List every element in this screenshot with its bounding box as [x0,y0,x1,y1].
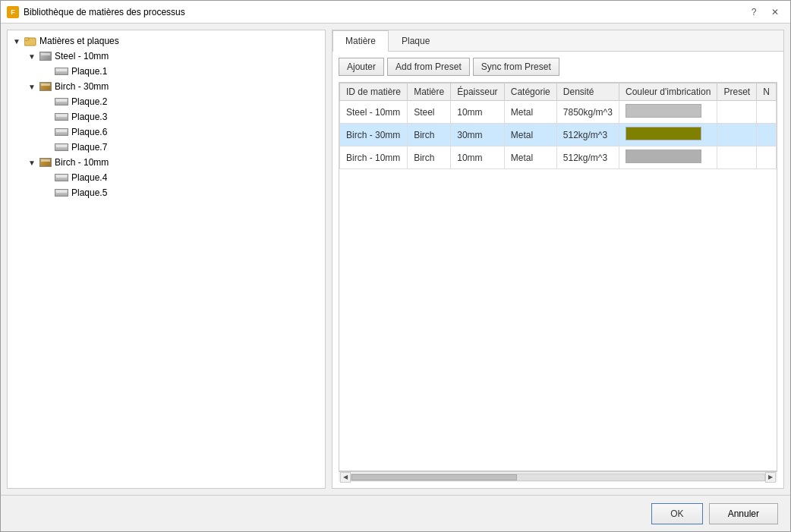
color-swatch [626,150,701,163]
plate-icon-plaque4 [55,174,68,181]
tab-content-matiere: Ajouter Add from Preset Sync from Preset… [332,52,783,488]
cell-id-matiere: Birch - 10mm [340,146,408,169]
add-from-preset-button[interactable]: Add from Preset [387,58,470,76]
close-button[interactable]: ✕ [766,5,784,20]
plate-icon-plaque1 [55,68,68,75]
cell-id-matiere: Birch - 30mm [340,124,408,146]
plaque5-label: Plaque.5 [71,187,107,198]
col-densite: Densité [556,83,619,101]
col-n: N [757,83,777,101]
toolbar: Ajouter Add from Preset Sync from Preset [339,58,777,76]
annuler-button[interactable]: Annuler [709,503,778,524]
tree-panel: ▼ Matières et plaques ▼ Steel - 10mm ▶ [7,30,326,489]
horizontal-scrollbar[interactable]: ◀ ▶ [339,471,777,482]
cell-matiere: Birch [408,146,451,169]
table-row[interactable]: Steel - 10mmSteel10mmMetal7850kg/m^3 [340,101,777,124]
root-folder-icon [24,36,36,46]
window-controls: ? ✕ [745,5,784,20]
window-title: Bibliothèque de matières des processus [24,7,745,17]
sync-from-preset-button[interactable]: Sync from Preset [473,58,559,76]
cell-preset [717,101,757,124]
cell-n [757,101,777,124]
cell-n [757,146,777,169]
plaque4-label: Plaque.4 [71,172,107,183]
tree-node-plaque6[interactable]: ▶ Plaque.6 [8,124,325,140]
col-epaisseur: Épaisseur [451,83,504,101]
cell-couleur [619,101,717,124]
main-window: F Bibliothèque de matières des processus… [0,0,791,532]
scroll-left-arrow[interactable]: ◀ [340,472,351,483]
plate-icon-plaque6 [55,128,68,136]
root-toggle[interactable]: ▼ [11,35,23,47]
material-table: ID de matière Matière Épaisseur Catégori… [339,83,777,169]
col-preset: Preset [717,83,757,101]
tree-node-birch-30mm[interactable]: ▼ Birch - 30mm [8,79,325,94]
col-couleur: Couleur d'imbrication [619,83,717,101]
root-label: Matières et plaques [39,36,119,46]
cell-matiere: Steel [408,101,451,124]
steel-toggle[interactable]: ▼ [26,50,38,62]
tree-node-plaque1[interactable]: ▶ Plaque.1 [8,64,325,79]
material-icon-steel [39,52,52,61]
scrollbar-track[interactable] [351,474,765,481]
cell-n [757,124,777,146]
col-id-matiere: ID de matière [340,83,408,101]
cell-epaisseur: 10mm [451,146,504,169]
plaque6-label: Plaque.6 [71,127,107,137]
tree-node-birch-10mm[interactable]: ▼ Birch - 10mm [8,155,325,170]
material-icon-birch30 [39,82,52,91]
main-content: ▼ Matières et plaques ▼ Steel - 10mm ▶ [1,24,790,495]
cell-preset [717,146,757,169]
cell-epaisseur: 10mm [451,101,504,124]
scrollbar-thumb[interactable] [351,474,517,480]
cell-couleur [619,124,717,146]
cell-densite: 512kg/m^3 [556,146,619,169]
col-categorie: Catégorie [504,83,556,101]
tree-node-plaque4[interactable]: ▶ Plaque.4 [8,170,325,185]
material-icon-birch10 [39,158,52,167]
plate-icon-plaque2 [55,98,68,105]
scroll-right-arrow[interactable]: ▶ [765,472,776,483]
cell-categorie: Metal [504,101,556,124]
tab-matiere[interactable]: Matière [332,30,389,52]
cell-densite: 512kg/m^3 [556,124,619,146]
plaque1-label: Plaque.1 [71,66,107,77]
plate-icon-plaque7 [55,143,68,151]
title-bar: F Bibliothèque de matières des processus… [1,1,790,24]
tree-node-plaque2[interactable]: ▶ Plaque.2 [8,94,325,109]
tree-root[interactable]: ▼ Matières et plaques [8,33,325,49]
plate-icon-plaque5 [55,189,68,197]
tree-node-plaque7[interactable]: ▶ Plaque.7 [8,140,325,155]
right-panel: Matière Plaque Ajouter Add from Preset S… [332,30,784,489]
cell-epaisseur: 30mm [451,124,504,146]
tree-node-steel-10mm[interactable]: ▼ Steel - 10mm [8,49,325,64]
app-icon: F [7,6,19,18]
color-swatch [626,104,701,118]
plaque7-label: Plaque.7 [71,142,107,153]
plaque2-label: Plaque.2 [71,96,107,107]
birch30-toggle[interactable]: ▼ [26,80,38,93]
table-row[interactable]: Birch - 30mmBirch30mmMetal512kg/m^3 [340,124,777,146]
color-swatch [626,127,701,140]
tree-node-plaque5[interactable]: ▶ Plaque.5 [8,185,325,200]
ajouter-button[interactable]: Ajouter [339,58,384,76]
tab-plaque[interactable]: Plaque [389,30,443,51]
ok-button[interactable]: OK [651,503,702,524]
plaque3-label: Plaque.3 [71,112,107,122]
cell-densite: 7850kg/m^3 [556,101,619,124]
cell-categorie: Metal [504,146,556,169]
steel-10mm-label: Steel - 10mm [55,51,109,61]
help-button[interactable]: ? [745,5,763,20]
cell-categorie: Metal [504,124,556,146]
birch-10mm-label: Birch - 10mm [55,157,109,168]
cell-matiere: Birch [408,124,451,146]
material-table-container[interactable]: ID de matière Matière Épaisseur Catégori… [339,82,777,471]
birch10-toggle[interactable]: ▼ [26,156,38,168]
plate-icon-plaque3 [55,113,68,121]
birch-30mm-label: Birch - 30mm [55,81,109,92]
footer: OK Annuler [1,495,790,531]
tree-node-plaque3[interactable]: ▶ Plaque.3 [8,109,325,124]
table-row[interactable]: Birch - 10mmBirch10mmMetal512kg/m^3 [340,146,777,169]
cell-preset [717,124,757,146]
tab-bar: Matière Plaque [332,30,783,52]
